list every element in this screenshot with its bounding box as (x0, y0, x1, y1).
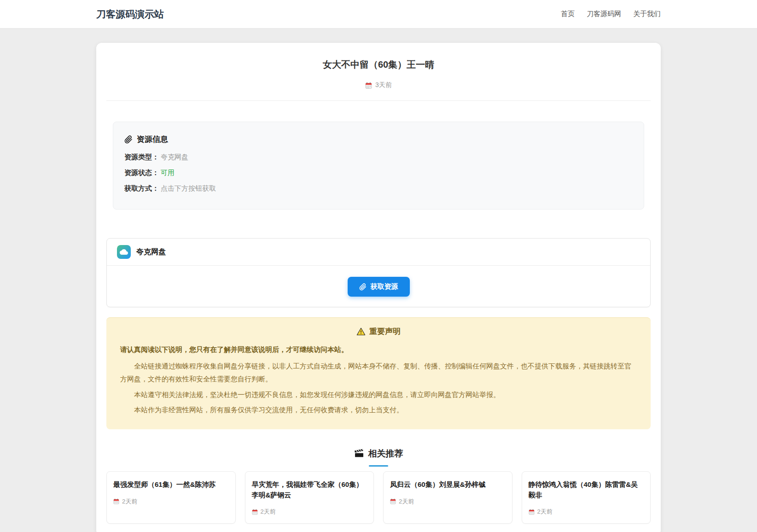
site-header: 刀客源码演示站 首页 刀客源码网 关于我们 (0, 0, 757, 28)
site-logo[interactable]: 刀客源码演示站 (96, 8, 164, 21)
resource-method-row: 获取方式：点击下方按钮获取 (124, 184, 633, 193)
related-grid: 最强发型师（61集）一然&陈沛苏 2天前 旱灾荒年， (106, 471, 651, 524)
resource-info-heading: 资源信息 (137, 134, 168, 145)
nav-item-daoke[interactable]: 刀客源码网 (587, 10, 621, 18)
post-date: 3天前 (375, 81, 392, 89)
quark-cloud-icon (117, 245, 131, 259)
related-card[interactable]: 旱灾荒年，我福娃带飞全家（60集）李明&萨钢云 2天前 (245, 471, 374, 524)
related-title: 旱灾荒年，我福娃带飞全家（60集）李明&萨钢云 (252, 479, 367, 500)
calendar-icon (113, 498, 119, 504)
main-nav: 首页 刀客源码网 关于我们 (561, 10, 661, 18)
calendar-icon (252, 509, 258, 515)
notice-intro: 请认真阅读以下说明，您只有在了解并同意该说明后，才可继续访问本站。 (120, 344, 637, 355)
page-title: 女大不中留（60集）王一晴 (106, 58, 651, 71)
notice-paragraph: 全站链接通过蜘蛛程序收集自网盘分享链接，以非人工方式自动生成，网站本身不储存、复… (120, 360, 637, 386)
important-notice: 重要声明 请认真阅读以下说明，您只有在了解并同意该说明后，才可继续访问本站。 全… (106, 317, 651, 429)
warning-icon (356, 327, 366, 336)
related-card[interactable]: 静待惊鸿入翁慌（40集）陈雷雷&吴毅非 2天前 (522, 471, 651, 524)
resource-method-value: 点击下方按钮获取 (161, 184, 216, 192)
divider (106, 100, 651, 101)
related-date: 2天前 (122, 497, 137, 506)
notice-paragraph: 本站遵守相关法律法规，坚决杜绝一切违规不良信息，如您发现任何涉嫌违规的网盘信息，… (120, 388, 637, 401)
post-meta: 3天前 (106, 81, 651, 89)
get-resource-label: 获取资源 (371, 282, 398, 291)
resource-type-value: 夸克网盘 (161, 153, 188, 161)
clapperboard-icon (354, 449, 364, 459)
nav-item-about[interactable]: 关于我们 (633, 10, 661, 18)
netdisk-header: 夸克网盘 (107, 239, 650, 266)
status-badge: 可用 (161, 169, 175, 176)
netdisk-card: 夸克网盘 获取资源 (106, 238, 651, 307)
related-heading: 相关推荐 (368, 448, 403, 460)
calendar-icon (390, 498, 396, 504)
related-date: 2天前 (261, 508, 276, 516)
calendar-icon (365, 82, 372, 89)
resource-type-row: 资源类型：夸克网盘 (124, 153, 633, 162)
resource-info-box: 资源信息 资源类型：夸克网盘 资源状态：可用 获取方式：点击下方按钮获取 (113, 122, 644, 210)
related-card[interactable]: 最强发型师（61集）一然&陈沛苏 2天前 (106, 471, 236, 524)
nav-item-home[interactable]: 首页 (561, 10, 575, 18)
related-title: 凤归云（60集）刘昱展&孙梓铖 (390, 479, 506, 490)
notice-heading: 重要声明 (369, 326, 401, 337)
paperclip-icon (124, 135, 133, 144)
get-resource-button[interactable]: 获取资源 (348, 277, 410, 297)
netdisk-name: 夸克网盘 (136, 247, 166, 257)
heading-underline (369, 465, 388, 467)
related-title: 静待惊鸿入翁慌（40集）陈雷雷&吴毅非 (529, 479, 644, 500)
notice-paragraph: 本站作为非经营性网站，所有服务仅供学习交流使用，无任何收费请求，切勿上当支付。 (120, 403, 637, 416)
calendar-icon (529, 509, 535, 515)
related-date: 2天前 (537, 508, 553, 516)
related-date: 2天前 (399, 497, 414, 506)
paperclip-icon (359, 283, 367, 291)
related-card[interactable]: 凤归云（60集）刘昱展&孙梓铖 2天前 (383, 471, 512, 524)
related-title: 最强发型师（61集）一然&陈沛苏 (113, 479, 229, 490)
post-card: 女大不中留（60集）王一晴 3天前 (96, 43, 661, 532)
resource-status-row: 资源状态：可用 (124, 169, 633, 177)
